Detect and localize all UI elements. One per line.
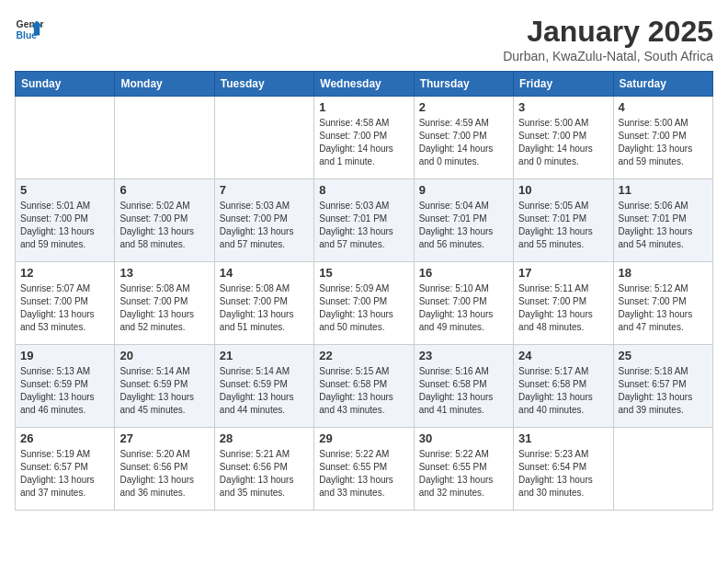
day-info: Sunrise: 5:02 AM Sunset: 7:00 PM Dayligh… [119,200,209,251]
page-header: General Blue January 2025 Durban, KwaZul… [15,15,713,63]
month-title: January 2025 [503,15,713,49]
calendar-week-row: 1Sunrise: 4:58 AM Sunset: 7:00 PM Daylig… [16,97,713,179]
day-info: Sunrise: 5:23 AM Sunset: 6:54 PM Dayligh… [518,448,608,500]
day-info: Sunrise: 5:13 AM Sunset: 6:59 PM Dayligh… [20,365,109,417]
calendar-cell [214,97,313,179]
calendar-cell: 2Sunrise: 4:59 AM Sunset: 7:00 PM Daylig… [414,97,513,179]
weekday-header: Thursday [414,72,513,97]
calendar-cell: 3Sunrise: 5:00 AM Sunset: 7:00 PM Daylig… [514,97,613,179]
calendar-cell: 21Sunrise: 5:14 AM Sunset: 6:59 PM Dayli… [214,345,313,428]
calendar-cell: 20Sunrise: 5:14 AM Sunset: 6:59 PM Dayli… [115,345,214,428]
day-info: Sunrise: 5:11 AM Sunset: 7:00 PM Dayligh… [518,282,608,334]
day-number: 11 [619,183,708,197]
day-info: Sunrise: 5:19 AM Sunset: 6:57 PM Dayligh… [20,448,109,500]
calendar-cell: 7Sunrise: 5:03 AM Sunset: 7:00 PM Daylig… [214,179,313,262]
day-number: 30 [419,431,508,445]
day-number: 25 [619,349,708,362]
calendar-week-row: 19Sunrise: 5:13 AM Sunset: 6:59 PM Dayli… [16,345,713,428]
calendar-cell: 11Sunrise: 5:06 AM Sunset: 7:01 PM Dayli… [613,179,712,262]
calendar-cell: 25Sunrise: 5:18 AM Sunset: 6:57 PM Dayli… [613,345,712,428]
day-number: 27 [119,431,209,445]
calendar-cell [115,97,214,179]
weekday-header: Saturday [613,72,712,97]
day-info: Sunrise: 5:08 AM Sunset: 7:00 PM Dayligh… [220,282,309,334]
calendar-cell: 30Sunrise: 5:22 AM Sunset: 6:55 PM Dayli… [414,428,513,511]
day-number: 16 [419,266,508,280]
day-number: 20 [119,349,209,362]
day-info: Sunrise: 5:08 AM Sunset: 7:00 PM Dayligh… [119,282,209,334]
calendar-cell: 1Sunrise: 4:58 AM Sunset: 7:00 PM Daylig… [314,97,414,179]
calendar-cell [16,97,115,179]
calendar-cell: 28Sunrise: 5:21 AM Sunset: 6:56 PM Dayli… [214,428,313,511]
day-number: 6 [119,183,209,197]
calendar-cell: 6Sunrise: 5:02 AM Sunset: 7:00 PM Daylig… [115,179,214,262]
day-number: 14 [220,266,309,280]
calendar-cell: 16Sunrise: 5:10 AM Sunset: 7:00 PM Dayli… [414,262,513,345]
calendar-cell: 23Sunrise: 5:16 AM Sunset: 6:58 PM Dayli… [414,345,513,428]
day-info: Sunrise: 5:00 AM Sunset: 7:00 PM Dayligh… [518,117,608,168]
weekday-header: Monday [115,72,214,97]
day-number: 10 [518,183,608,197]
calendar-cell: 18Sunrise: 5:12 AM Sunset: 7:00 PM Dayli… [613,262,712,345]
calendar-table: SundayMondayTuesdayWednesdayThursdayFrid… [15,71,713,511]
day-number: 1 [319,100,408,114]
day-info: Sunrise: 5:21 AM Sunset: 6:56 PM Dayligh… [220,448,309,500]
calendar-cell: 4Sunrise: 5:00 AM Sunset: 7:00 PM Daylig… [613,97,712,179]
day-info: Sunrise: 5:03 AM Sunset: 7:00 PM Dayligh… [220,200,309,251]
day-number: 15 [319,266,408,280]
day-info: Sunrise: 5:18 AM Sunset: 6:57 PM Dayligh… [619,365,708,417]
day-info: Sunrise: 5:00 AM Sunset: 7:00 PM Dayligh… [619,117,708,168]
logo: General Blue [15,15,48,44]
day-number: 13 [119,266,209,280]
calendar-cell [613,428,712,511]
calendar-cell: 15Sunrise: 5:09 AM Sunset: 7:00 PM Dayli… [314,262,414,345]
day-info: Sunrise: 5:03 AM Sunset: 7:01 PM Dayligh… [319,200,408,251]
day-number: 4 [619,100,708,114]
day-info: Sunrise: 5:05 AM Sunset: 7:01 PM Dayligh… [518,200,608,251]
day-info: Sunrise: 5:10 AM Sunset: 7:00 PM Dayligh… [419,282,508,334]
day-number: 5 [20,183,109,197]
title-block: January 2025 Durban, KwaZulu-Natal, Sout… [503,15,713,63]
day-info: Sunrise: 5:06 AM Sunset: 7:01 PM Dayligh… [619,200,708,251]
calendar-cell: 12Sunrise: 5:07 AM Sunset: 7:00 PM Dayli… [16,262,115,345]
day-number: 23 [419,349,508,362]
weekday-header: Wednesday [314,72,414,97]
calendar-cell: 29Sunrise: 5:22 AM Sunset: 6:55 PM Dayli… [314,428,414,511]
calendar-cell: 8Sunrise: 5:03 AM Sunset: 7:01 PM Daylig… [314,179,414,262]
weekday-header: Friday [514,72,613,97]
calendar-cell: 5Sunrise: 5:01 AM Sunset: 7:00 PM Daylig… [16,179,115,262]
day-number: 19 [20,349,109,362]
day-info: Sunrise: 5:16 AM Sunset: 6:58 PM Dayligh… [419,365,508,417]
day-info: Sunrise: 5:09 AM Sunset: 7:00 PM Dayligh… [319,282,408,334]
day-number: 12 [20,266,109,280]
day-info: Sunrise: 5:14 AM Sunset: 6:59 PM Dayligh… [119,365,209,417]
day-number: 21 [220,349,309,362]
calendar-cell: 22Sunrise: 5:15 AM Sunset: 6:58 PM Dayli… [314,345,414,428]
calendar-week-row: 12Sunrise: 5:07 AM Sunset: 7:00 PM Dayli… [16,262,713,345]
day-number: 24 [518,349,608,362]
day-info: Sunrise: 5:22 AM Sunset: 6:55 PM Dayligh… [419,448,508,500]
logo-icon: General Blue [15,15,44,44]
calendar-week-row: 5Sunrise: 5:01 AM Sunset: 7:00 PM Daylig… [16,179,713,262]
calendar-cell: 13Sunrise: 5:08 AM Sunset: 7:00 PM Dayli… [115,262,214,345]
day-number: 22 [319,349,408,362]
day-info: Sunrise: 5:12 AM Sunset: 7:00 PM Dayligh… [619,282,708,334]
day-number: 8 [319,183,408,197]
calendar-cell: 10Sunrise: 5:05 AM Sunset: 7:01 PM Dayli… [514,179,613,262]
day-info: Sunrise: 5:15 AM Sunset: 6:58 PM Dayligh… [319,365,408,417]
day-info: Sunrise: 5:07 AM Sunset: 7:00 PM Dayligh… [20,282,109,334]
calendar-header-row: SundayMondayTuesdayWednesdayThursdayFrid… [16,72,713,97]
calendar-cell: 19Sunrise: 5:13 AM Sunset: 6:59 PM Dayli… [16,345,115,428]
day-info: Sunrise: 4:59 AM Sunset: 7:00 PM Dayligh… [419,117,508,168]
day-number: 2 [419,100,508,114]
day-info: Sunrise: 5:20 AM Sunset: 6:56 PM Dayligh… [119,448,209,500]
calendar-cell: 26Sunrise: 5:19 AM Sunset: 6:57 PM Dayli… [16,428,115,511]
day-number: 9 [419,183,508,197]
calendar-cell: 24Sunrise: 5:17 AM Sunset: 6:58 PM Dayli… [514,345,613,428]
calendar-cell: 14Sunrise: 5:08 AM Sunset: 7:00 PM Dayli… [214,262,313,345]
weekday-header: Tuesday [214,72,313,97]
day-number: 31 [518,431,608,445]
day-info: Sunrise: 5:14 AM Sunset: 6:59 PM Dayligh… [220,365,309,417]
day-info: Sunrise: 5:01 AM Sunset: 7:00 PM Dayligh… [20,200,109,251]
day-number: 26 [20,431,109,445]
